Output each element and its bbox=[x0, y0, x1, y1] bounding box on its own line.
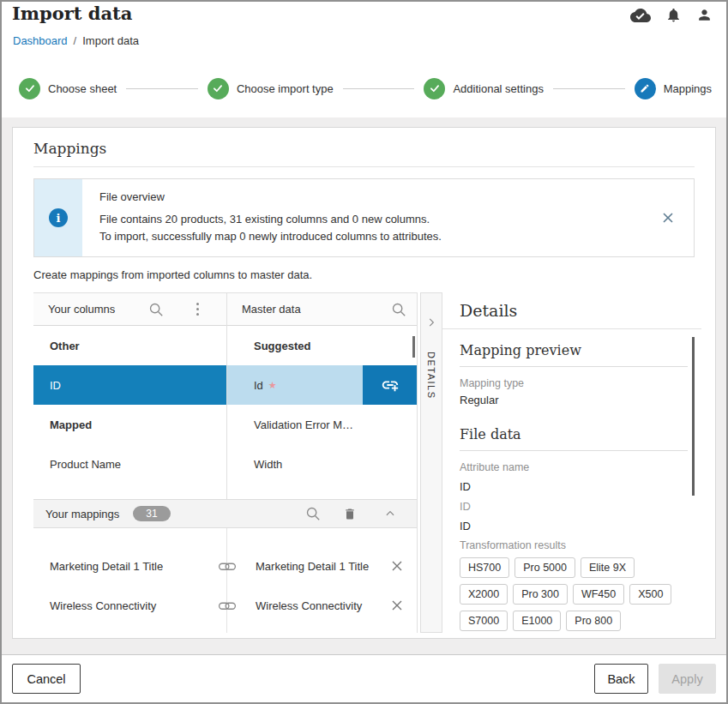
stepper-connector bbox=[126, 88, 198, 89]
step-mappings-current[interactable]: Mappings bbox=[635, 78, 712, 99]
chip: Pro 300 bbox=[513, 584, 568, 605]
import-data-window: Import data Dashboard/Import data Choose… bbox=[0, 0, 728, 704]
back-button[interactable]: Back bbox=[594, 664, 648, 694]
chip: X500 bbox=[629, 584, 671, 605]
add-link-icon[interactable] bbox=[363, 365, 417, 405]
step-additional-settings[interactable]: Additional settings bbox=[424, 78, 544, 99]
details-tab-label: DETAILS bbox=[426, 352, 436, 400]
remove-mapping-icon[interactable] bbox=[377, 560, 417, 572]
column-group-other: Other bbox=[33, 326, 226, 365]
remove-mapping-icon[interactable] bbox=[377, 599, 417, 611]
chip: HS700 bbox=[460, 557, 509, 578]
file-overview-info-box: i File overview File contains 20 product… bbox=[33, 178, 695, 257]
chevron-right-icon bbox=[425, 316, 437, 332]
file-data-title: File data bbox=[460, 426, 688, 451]
details-body: Mapping preview Mapping type Regular Fil… bbox=[442, 329, 701, 631]
column-row-id-selected[interactable]: ID bbox=[33, 365, 226, 405]
page-body: Mappings i File overview File contains 2… bbox=[2, 117, 726, 654]
chip: Pro 800 bbox=[566, 611, 621, 631]
column-row-product-name[interactable]: Product Name bbox=[33, 444, 226, 484]
create-mappings-hint: Create mappings from imported columns to… bbox=[33, 268, 695, 281]
mapped-pairs-list: Marketing Detail 1 Title Marketing Detai… bbox=[33, 528, 417, 633]
column-group-mapped: Mapped bbox=[33, 405, 226, 444]
mapping-workspace: Your columns Other ID Mapped Product Nam… bbox=[33, 292, 695, 633]
chevron-up-icon[interactable] bbox=[384, 508, 396, 520]
page-title: Import data bbox=[12, 3, 132, 24]
check-icon bbox=[208, 78, 229, 99]
suggested-attribute-label: Id bbox=[254, 379, 263, 392]
mapped-source-label: Marketing Detail 1 Title bbox=[33, 560, 210, 573]
details-title: Details bbox=[460, 301, 701, 320]
master-data-panel: Master data Suggested Id ★ bbox=[227, 293, 417, 499]
your-columns-header: Your columns bbox=[33, 293, 226, 326]
breadcrumb-dashboard-link[interactable]: Dashboard bbox=[13, 34, 68, 47]
wizard-stepper: Choose sheet Choose import type Addition… bbox=[2, 76, 726, 100]
topbar: Import data Dashboard/Import data Choose… bbox=[2, 2, 726, 117]
kebab-menu-icon[interactable] bbox=[196, 303, 199, 316]
breadcrumb-separator: / bbox=[74, 34, 77, 47]
columns-region: Your columns Other ID Mapped Product Nam… bbox=[33, 292, 418, 633]
attribute-name-value: ID bbox=[460, 500, 688, 513]
master-data-title: Master data bbox=[242, 303, 301, 316]
details-header: Details bbox=[442, 292, 701, 329]
panels-top: Your columns Other ID Mapped Product Nam… bbox=[33, 293, 417, 499]
mapped-target-label: Marketing Detail 1 Title bbox=[244, 560, 377, 573]
divider bbox=[33, 166, 695, 167]
mapping-type-label: Mapping type bbox=[460, 377, 688, 389]
mapped-pair-row: Marketing Detail 1 Title Marketing Detai… bbox=[33, 546, 417, 586]
mapping-type-value: Regular bbox=[460, 394, 688, 406]
attribute-name-value: ID bbox=[460, 520, 688, 533]
master-row-validation-error[interactable]: Validation Error M… bbox=[227, 405, 417, 444]
mappings-card: Mappings i File overview File contains 2… bbox=[12, 127, 716, 639]
details-panel: Details Mapping preview Mapping type Reg… bbox=[442, 292, 701, 633]
search-icon[interactable] bbox=[148, 302, 164, 317]
details-scrollbar-thumb[interactable] bbox=[692, 337, 695, 496]
search-icon[interactable] bbox=[305, 506, 321, 521]
mappings-count-badge: 31 bbox=[133, 506, 170, 521]
info-line-2: To import, successfully map 0 newly intr… bbox=[99, 228, 641, 245]
master-data-header: Master data bbox=[227, 293, 417, 326]
chip: Elite 9X bbox=[581, 557, 635, 578]
close-icon[interactable] bbox=[658, 208, 678, 228]
step-choose-import-type[interactable]: Choose import type bbox=[208, 78, 334, 99]
step-label: Additional settings bbox=[453, 82, 544, 95]
chip: X2000 bbox=[460, 584, 508, 605]
suggested-attribute-id[interactable]: Id ★ bbox=[227, 365, 363, 405]
required-star-icon: ★ bbox=[268, 380, 277, 391]
notifications-icon[interactable] bbox=[665, 6, 682, 24]
step-choose-sheet[interactable]: Choose sheet bbox=[19, 78, 117, 99]
breadcrumb-current: Import data bbox=[82, 34, 139, 47]
info-line-1: File contains 20 products, 31 existing c… bbox=[99, 211, 641, 228]
stepper-connector bbox=[343, 88, 415, 89]
mapped-target-label: Wireless Connectivity bbox=[244, 599, 377, 612]
your-mappings-title: Your mappings bbox=[45, 508, 119, 520]
chip: WF450 bbox=[573, 584, 624, 605]
card-title: Mappings bbox=[33, 140, 695, 157]
search-icon[interactable] bbox=[391, 302, 406, 317]
suggested-match-row: Id ★ bbox=[227, 365, 417, 405]
apply-button[interactable]: Apply bbox=[659, 664, 716, 694]
delete-icon[interactable] bbox=[343, 507, 357, 521]
link-icon[interactable] bbox=[210, 560, 244, 573]
chip: Pro 5000 bbox=[514, 557, 575, 578]
mapped-source-label: Wireless Connectivity bbox=[33, 599, 210, 612]
top-icon-group bbox=[630, 6, 713, 24]
your-columns-panel: Your columns Other ID Mapped Product Nam… bbox=[33, 293, 227, 499]
cloud-done-icon[interactable] bbox=[630, 8, 651, 23]
cancel-button[interactable]: Cancel bbox=[12, 664, 81, 694]
stepper-connector bbox=[553, 88, 625, 89]
footer-action-bar: Cancel Back Apply bbox=[2, 654, 726, 702]
step-label: Mappings bbox=[664, 82, 712, 95]
check-icon bbox=[424, 78, 445, 99]
chip: E1000 bbox=[513, 611, 561, 631]
link-icon[interactable] bbox=[210, 599, 244, 612]
info-content: File overview File contains 20 products,… bbox=[82, 179, 658, 256]
user-icon[interactable] bbox=[696, 6, 713, 24]
pencil-icon bbox=[635, 78, 656, 99]
details-collapse-tab[interactable]: DETAILS bbox=[420, 292, 442, 633]
info-icon: i bbox=[49, 208, 68, 227]
master-scrollbar-thumb[interactable] bbox=[412, 336, 415, 358]
attribute-name-label: Attribute name bbox=[460, 461, 688, 473]
info-title: File overview bbox=[99, 190, 641, 203]
master-row-width[interactable]: Width bbox=[227, 444, 417, 484]
